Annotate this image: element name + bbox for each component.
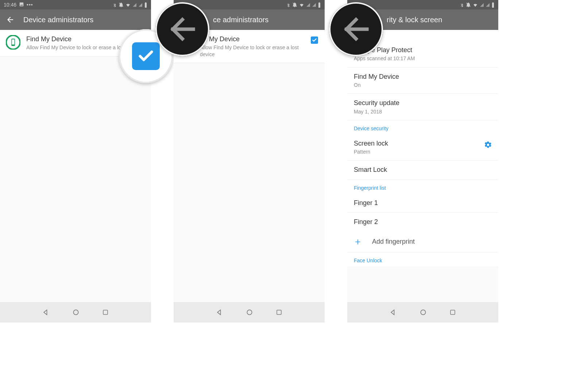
wifi-icon [299, 3, 305, 7]
svg-rect-2 [12, 39, 15, 45]
status-icons-right [112, 2, 147, 8]
add-fingerprint-row[interactable]: Add fingerprint [347, 231, 498, 252]
nav-recent-icon[interactable] [276, 309, 282, 316]
page-title: rity & lock screen [387, 16, 442, 24]
battery-icon [318, 2, 321, 8]
nav-home-icon[interactable] [419, 309, 427, 316]
nav-bar [0, 302, 151, 323]
finger2-title: Finger 2 [354, 218, 492, 226]
svg-point-3 [73, 310, 78, 314]
finger-1-row[interactable]: Finger 1 [347, 194, 498, 213]
section-header-device-security: Device security [347, 120, 498, 134]
finger1-title: Finger 1 [354, 199, 492, 207]
page-title: ce administrators [213, 16, 268, 24]
signal-icon-2 [312, 3, 316, 7]
checkbox-checked-icon[interactable] [132, 42, 160, 70]
nav-back-icon[interactable] [216, 309, 223, 316]
svg-rect-9 [277, 310, 281, 314]
nav-bar [347, 302, 498, 323]
svg-rect-11 [450, 310, 455, 314]
add-fingerprint-label: Add fingerprint [372, 238, 415, 246]
section-header-face-unlock: Face Unlock [347, 252, 498, 266]
smart-lock-row[interactable]: Smart Lock [347, 161, 498, 180]
signal-icon-2 [138, 3, 143, 7]
signal-icon-2 [486, 3, 490, 7]
app-bar: Device administrators [0, 9, 151, 30]
bluetooth-icon [286, 3, 291, 7]
wifi-icon [125, 3, 131, 7]
bell-off-icon [466, 2, 471, 7]
battery-icon [144, 2, 147, 8]
signal-icon [480, 3, 484, 7]
bell-off-icon [292, 2, 297, 7]
nav-back-icon[interactable] [390, 309, 397, 316]
find-my-device-title: nd My Device [200, 35, 304, 43]
security-update-row[interactable]: Security update May 1, 2018 [347, 94, 498, 120]
nav-recent-icon[interactable] [449, 309, 456, 316]
phone-screen-3: rity & lock screen status Google Play Pr… [347, 0, 498, 323]
callout-back-arrow[interactable] [155, 2, 209, 56]
finger-2-row[interactable]: Finger 2 [347, 213, 498, 231]
find-my-device-icon [6, 35, 20, 50]
status-bar: 10:46 ••• [0, 0, 151, 9]
page-title: Device administrators [23, 16, 93, 24]
content-area: nd My Device Allow Find My Device to loc… [174, 30, 325, 302]
gear-icon[interactable] [484, 141, 492, 149]
plus-icon [354, 238, 362, 246]
fmd-title: Find My Device [354, 73, 492, 81]
content-area: status Google Play Protect Apps scanned … [347, 30, 498, 302]
smartlock-title: Smart Lock [354, 166, 492, 174]
svg-point-8 [247, 310, 252, 314]
nav-home-icon[interactable] [72, 309, 80, 316]
more-icon: ••• [27, 2, 33, 8]
find-my-device-row[interactable]: Find My Device On [347, 67, 498, 94]
nav-recent-icon[interactable] [102, 309, 109, 316]
secup-sub: May 1, 2018 [354, 108, 492, 115]
status-time: 10:46 [4, 2, 16, 8]
phone-screen-2: ce administrators nd My Device Allow Fin… [174, 0, 325, 323]
bluetooth-icon [460, 3, 464, 7]
wifi-icon [472, 3, 478, 7]
bell-off-icon [119, 2, 124, 7]
find-my-device-sub: Allow Find My Device to lock or erase a … [200, 44, 304, 57]
callout-back-arrow[interactable] [329, 2, 383, 56]
section-header-fingerprint: Fingerprint list [347, 180, 498, 194]
nav-back-icon[interactable] [42, 309, 50, 316]
nav-bar [174, 302, 325, 323]
fmd-sub: On [354, 82, 492, 88]
signal-icon [306, 3, 310, 7]
secup-title: Security update [354, 99, 492, 107]
bluetooth-icon [112, 3, 117, 7]
checkbox-checked-icon[interactable] [311, 36, 318, 44]
back-arrow-icon[interactable] [6, 15, 15, 24]
status-icons-right [286, 2, 321, 8]
status-icons-right [460, 2, 495, 8]
nav-home-icon[interactable] [246, 309, 253, 316]
screenlock-title: Screen lock [354, 139, 478, 148]
svg-rect-4 [103, 310, 108, 314]
svg-point-10 [421, 310, 425, 314]
screenlock-sub: Pattern [354, 148, 478, 155]
screen-lock-row[interactable]: Screen lock Pattern [347, 134, 498, 161]
phone-screen-1: 10:46 ••• Device administrators [0, 0, 151, 323]
image-icon [19, 2, 24, 8]
signal-icon [132, 3, 137, 7]
battery-icon [491, 2, 495, 8]
gpp-sub: Apps scanned at 10:17 AM [354, 55, 492, 62]
